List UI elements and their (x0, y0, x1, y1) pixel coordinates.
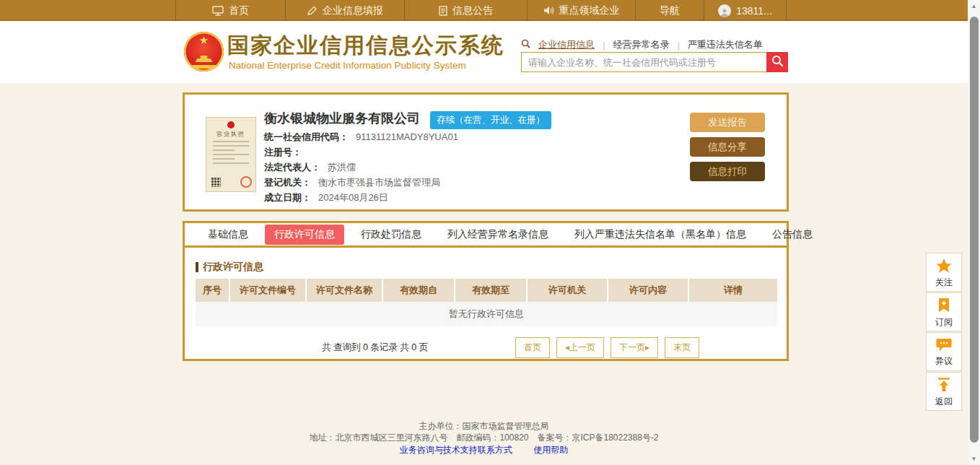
monitor-icon (212, 6, 224, 16)
tab-administrative-license[interactable]: 行政许可信息 (265, 225, 344, 245)
nav-item-home[interactable]: 首页 (175, 0, 285, 21)
emblem-ribbon-shape (192, 65, 216, 69)
emblem-gate-shape (196, 56, 213, 62)
field-credit-code: 统一社会信用代码： 91131121MADY8YUA01 (264, 132, 458, 142)
site-header: ★ 国家企业信用信息公示系统 National Enterprise Credi… (0, 22, 968, 83)
pagination-bar: 共 查询到 0 条记录 共 0 页 首页 ◂上一页 下一页▸ 末页 (196, 337, 777, 356)
link-enterprise-credit-info[interactable]: 企业信用信息 (538, 38, 595, 51)
tab-announcement-info[interactable]: 公告信息 (763, 225, 822, 245)
star-icon (936, 258, 952, 276)
site-title: 国家企业信用信息公示系统 (227, 31, 504, 61)
field-establishment-date: 成立日期： 2024年08月26日 (264, 193, 458, 203)
floating-action-sidebar: 关注 订阅 异议 返回 (926, 253, 962, 412)
detail-tabs-card: 基础信息 行政许可信息 行政处罚信息 列入经营异常名录信息 列入严重违法失信名单… (183, 221, 789, 361)
send-report-button[interactable]: 发送报告 (690, 113, 765, 132)
nav-item-key-field-enterprises[interactable]: 重点领域企业 (527, 0, 635, 21)
company-fields: 统一社会信用代码： 91131121MADY8YUA01 注册号： 法定代表人：… (264, 132, 458, 208)
subscribe-button[interactable]: 订阅 (926, 292, 962, 331)
search-button[interactable] (766, 52, 788, 72)
document-icon (439, 6, 447, 16)
back-to-top-label: 返回 (935, 397, 953, 406)
nav-item-label: 重点领域企业 (559, 4, 620, 17)
license-qr-code (211, 177, 221, 187)
search-input[interactable] (521, 52, 766, 72)
tab-basic-info[interactable]: 基础信息 (198, 225, 258, 245)
share-info-button[interactable]: 信息分享 (690, 137, 765, 157)
objection-button[interactable]: 异议 (926, 332, 962, 371)
nav-item-label: 首页 (229, 4, 249, 17)
nav-item-label: 信息公告 (452, 4, 493, 17)
footer-links: 业务咨询与技术支持联系方式 使用帮助 (0, 445, 968, 456)
objection-label: 异议 (935, 357, 953, 365)
field-legal-representative: 法定代表人： 苏洪儒 (264, 162, 458, 173)
col-details: 详情 (689, 279, 777, 302)
nav-item-user-account[interactable]: 13811... (704, 0, 787, 21)
tab-bar: 基础信息 行政许可信息 行政处罚信息 列入经营异常名录信息 列入严重违法失信名单… (185, 223, 787, 248)
license-emblem-icon (227, 121, 235, 129)
tab-serious-violation-blacklist[interactable]: 列入严重违法失信名单（黑名单）信息 (565, 225, 756, 245)
search-box (521, 52, 788, 72)
link-abnormal-operations-list[interactable]: 经营异常名录 (613, 38, 669, 51)
tab-administrative-penalty[interactable]: 行政处罚信息 (351, 225, 431, 245)
col-valid-from: 有效期自 (383, 279, 455, 302)
previous-page-button[interactable]: ◂上一页 (556, 337, 604, 358)
print-info-button[interactable]: 信息打印 (690, 162, 765, 181)
page: 首页 企业信息填报 信息公告 重点领域企业 导航 13811... (0, 0, 980, 465)
avatar (718, 4, 731, 17)
scrollbar-down-arrow[interactable]: ▼ (968, 453, 980, 465)
link-separator: | (677, 40, 679, 51)
emblem-star-icon: ★ (184, 35, 224, 45)
link-separator: | (603, 40, 605, 51)
first-page-button[interactable]: 首页 (515, 337, 550, 358)
col-license-authority: 许可机关 (528, 279, 608, 302)
table-header-row: 序号 许可文件编号 许可文件名称 有效期自 有效期至 许可机关 许可内容 详情 (196, 279, 777, 302)
company-action-buttons: 发送报告 信息分享 信息打印 (690, 113, 765, 186)
search-icon (521, 39, 530, 51)
follow-button[interactable]: 关注 (926, 253, 962, 292)
nav-item-announcements[interactable]: 信息公告 (404, 0, 527, 21)
company-name: 衡水银城物业服务有限公司 (264, 110, 420, 127)
link-serious-violation-list[interactable]: 严重违法失信名单 (688, 38, 763, 51)
vertical-scrollbar[interactable]: ▲ ▼ (968, 0, 980, 465)
business-license-thumbnail[interactable]: 营业执照 (206, 117, 256, 192)
status-badge: 存续（在营、开业、在册） (430, 111, 551, 129)
col-license-doc-number: 许可文件编号 (230, 279, 307, 302)
subscribe-label: 订阅 (935, 318, 953, 326)
back-to-top-icon (937, 378, 951, 395)
nav-item-enterprise-report[interactable]: 企业信息填报 (285, 0, 404, 21)
nav-item-label: 导航 (660, 4, 680, 17)
col-serial: 序号 (196, 279, 230, 302)
license-title: 营业执照 (209, 130, 253, 138)
nav-item-label: 13811... (736, 5, 772, 17)
search-category-links: 企业信用信息 | 经营异常名录 | 严重违法失信名单 (521, 38, 763, 51)
field-registration-authority: 登记机关： 衡水市枣强县市场监督管理局 (264, 178, 458, 188)
scrollbar-thumb[interactable] (970, 17, 979, 443)
table-empty-state: 暂无行政许可信息 (196, 302, 777, 326)
nav-item-navigation[interactable]: 导航 (635, 0, 704, 21)
nav-item-label: 企业信息填报 (323, 4, 383, 17)
footer-link-help[interactable]: 使用帮助 (533, 445, 568, 455)
footer-organizer: 主办单位：国家市场监督管理总局 (0, 421, 968, 433)
search-icon (771, 55, 784, 69)
next-page-button[interactable]: 下一页▸ (611, 337, 658, 358)
scrollbar-up-arrow[interactable]: ▲ (968, 0, 980, 12)
footer-link-support-contact[interactable]: 业务咨询与技术支持联系方式 (400, 445, 512, 455)
col-license-content: 许可内容 (608, 279, 689, 302)
col-license-doc-name: 许可文件名称 (307, 279, 383, 302)
national-emblem-logo: ★ (184, 32, 224, 71)
site-subtitle: National Enterprise Credit Information P… (229, 60, 466, 71)
company-info-card: 营业执照 衡水银城物业服务有限公司 存续（在营、开业、在册） 统一社会信用代码：… (183, 92, 789, 212)
comment-icon (936, 338, 952, 355)
section-title-marker (196, 262, 198, 272)
section-title: 行政许可信息 (196, 261, 263, 274)
page-footer: 主办单位：国家市场监督管理总局 地址：北京市西城区三里河东路八号 邮政编码：10… (0, 421, 968, 456)
footer-address: 地址：北京市西城区三里河东路八号 邮政编码：100820 备案号：京ICP备18… (0, 433, 968, 444)
pen-icon (307, 6, 318, 16)
record-count-summary: 共 查询到 0 条记录 共 0 页 (322, 342, 428, 354)
license-table: 序号 许可文件编号 许可文件名称 有效期自 有效期至 许可机关 许可内容 详情 … (196, 279, 777, 326)
col-valid-to: 有效期至 (455, 279, 528, 302)
nav-items: 首页 企业信息填报 信息公告 重点领域企业 导航 13811... (175, 0, 787, 21)
tab-abnormal-operations[interactable]: 列入经营异常名录信息 (438, 225, 558, 245)
last-page-button[interactable]: 末页 (665, 337, 699, 358)
back-to-top-button[interactable]: 返回 (926, 372, 962, 411)
